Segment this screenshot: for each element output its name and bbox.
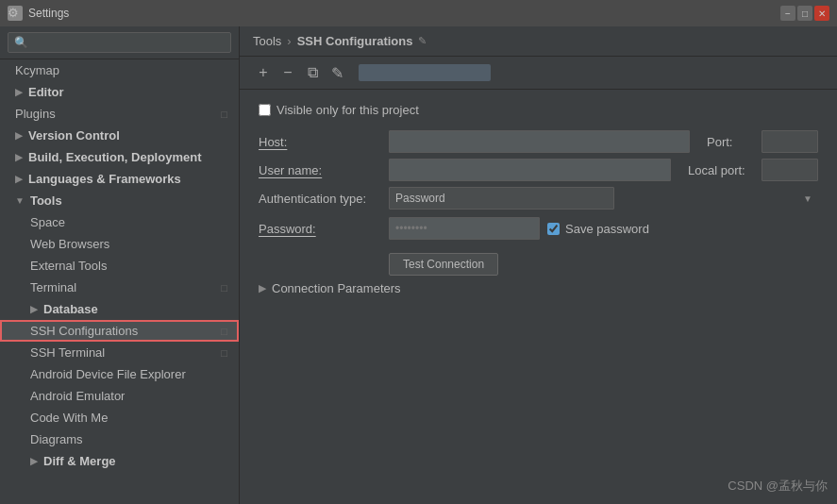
- save-password-checkbox[interactable]: [547, 223, 560, 235]
- sidebar-item-kcymap[interactable]: Kcymap: [0, 59, 239, 81]
- save-password-label: Save password: [565, 222, 649, 236]
- editor-label: Editor: [28, 85, 64, 99]
- port-input[interactable]: [762, 130, 818, 153]
- terminal-label: Terminal: [30, 280, 76, 294]
- main-area: Kcymap ▶ Editor Plugins □ ▶ Version Cont…: [0, 26, 837, 504]
- sidebar-item-code-with-me[interactable]: Code With Me: [0, 407, 239, 428]
- diff-merge-label: Diff & Merge: [43, 454, 116, 468]
- sidebar-item-web-browsers[interactable]: Web Browsers: [0, 233, 239, 255]
- sidebar-item-android-device[interactable]: Android Device File Explorer: [0, 363, 239, 385]
- sidebar-item-external-tools[interactable]: External Tools: [0, 255, 239, 277]
- languages-label: Languages & Frameworks: [28, 172, 181, 186]
- conn-params-label: Connection Parameters: [272, 281, 401, 295]
- sidebar-item-ssh-configurations[interactable]: SSH Configurations □: [0, 320, 239, 342]
- android-emulator-label: Android Emulator: [30, 389, 125, 403]
- sidebar-item-database[interactable]: ▶ Database: [0, 298, 239, 320]
- close-button[interactable]: ✕: [814, 6, 829, 21]
- build-label: Build, Execution, Deployment: [28, 150, 201, 164]
- auth-type-label: Authentication type:: [259, 192, 381, 206]
- title-bar: ⚙ Settings − □ ✕: [0, 0, 837, 26]
- ssh-terminal-label: SSH Terminal: [30, 345, 105, 360]
- window-controls: − □ ✕: [780, 6, 829, 21]
- sidebar-item-editor[interactable]: ▶ Editor: [0, 81, 239, 103]
- tools-label: Tools: [30, 193, 62, 208]
- arrow-icon: ▶: [15, 174, 23, 184]
- host-label: Host:: [259, 135, 381, 149]
- connection-params-row[interactable]: ▶ Connection Parameters: [259, 276, 818, 301]
- app-icon: ⚙: [8, 6, 23, 21]
- plugins-badge: □: [221, 109, 227, 120]
- arrow-icon: ▶: [15, 152, 23, 162]
- search-input[interactable]: [8, 32, 231, 53]
- username-input[interactable]: [389, 159, 671, 181]
- breadcrumb-separator: ›: [287, 34, 291, 48]
- content-area: Tools › SSH Configurations ✎ + − ⧉ ✎ Vis…: [240, 26, 837, 504]
- save-password-wrap: Save password: [547, 222, 649, 236]
- username-label: User name:: [259, 163, 381, 177]
- host-input[interactable]: [389, 130, 690, 153]
- maximize-button[interactable]: □: [797, 6, 812, 21]
- sidebar: Kcymap ▶ Editor Plugins □ ▶ Version Cont…: [0, 26, 240, 504]
- arrow-icon: ▶: [15, 130, 23, 141]
- kcymap-label: Kcymap: [15, 63, 59, 77]
- plugins-label: Plugins: [15, 107, 56, 121]
- toolbar: + − ⧉ ✎: [240, 57, 837, 90]
- sidebar-item-space[interactable]: Space: [0, 211, 239, 233]
- auth-type-select[interactable]: Password Key pair OpenSSH config and aut…: [389, 187, 614, 210]
- password-row: Password: Save password: [259, 217, 818, 240]
- breadcrumb-current: SSH Configurations: [297, 34, 413, 48]
- sidebar-item-version-control[interactable]: ▶ Version Control: [0, 125, 239, 146]
- password-label: Password:: [259, 222, 381, 236]
- username-row: User name: Local port:: [259, 159, 818, 181]
- version-control-label: Version Control: [28, 128, 120, 143]
- auth-type-row: Authentication type: Password Key pair O…: [259, 187, 818, 210]
- password-input[interactable]: [389, 217, 540, 240]
- sidebar-item-plugins[interactable]: Plugins □: [0, 103, 239, 125]
- port-label: Port:: [707, 135, 754, 149]
- test-connection-button[interactable]: Test Connection: [389, 253, 498, 276]
- localport-input[interactable]: [762, 159, 818, 181]
- test-connection-row: Test Connection: [259, 249, 818, 276]
- sidebar-item-terminal[interactable]: Terminal □: [0, 277, 239, 298]
- edit-button[interactable]: ✎: [326, 62, 347, 83]
- breadcrumb-edit-icon[interactable]: ✎: [418, 35, 431, 48]
- content-wrapper: Tools › SSH Configurations ✎ + − ⧉ ✎ Vis…: [240, 26, 837, 504]
- terminal-badge: □: [221, 282, 227, 294]
- sidebar-item-languages[interactable]: ▶ Languages & Frameworks: [0, 168, 239, 190]
- arrow-icon: ▶: [15, 87, 23, 97]
- minimize-button[interactable]: −: [780, 6, 795, 21]
- window-title: Settings: [28, 7, 69, 20]
- sidebar-item-ssh-terminal[interactable]: SSH Terminal □: [0, 342, 239, 363]
- remove-button[interactable]: −: [277, 62, 298, 83]
- database-label: Database: [43, 302, 98, 316]
- visible-only-checkbox[interactable]: [259, 104, 271, 116]
- localport-label: Local port:: [688, 163, 754, 177]
- code-with-me-label: Code With Me: [30, 411, 108, 425]
- arrow-icon: ▶: [30, 456, 38, 466]
- add-button[interactable]: +: [253, 62, 274, 83]
- diagrams-label: Diagrams: [30, 432, 83, 446]
- host-row: Host: Port:: [259, 130, 818, 153]
- android-device-label: Android Device File Explorer: [30, 367, 186, 381]
- arrow-icon: ▼: [15, 195, 25, 206]
- ssh-terminal-badge: □: [221, 347, 227, 359]
- space-label: Space: [30, 215, 65, 229]
- search-box: [0, 26, 239, 59]
- sidebar-item-android-emulator[interactable]: Android Emulator: [0, 385, 239, 407]
- conn-params-arrow-icon: ▶: [259, 282, 266, 294]
- ssh-badge: □: [221, 326, 227, 337]
- copy-button[interactable]: ⧉: [302, 62, 323, 83]
- sidebar-item-tools[interactable]: ▼ Tools: [0, 190, 239, 211]
- sidebar-item-diff-merge[interactable]: ▶ Diff & Merge: [0, 450, 239, 472]
- visible-only-label: Visible only for this project: [276, 103, 419, 117]
- watermark: CSDN @孟秋与你: [728, 478, 828, 495]
- form-area: Visible only for this project Host: Port…: [240, 90, 837, 504]
- ssh-label: SSH Configurations: [30, 324, 138, 338]
- auth-type-select-wrapper: Password Key pair OpenSSH config and aut…: [389, 187, 818, 210]
- sidebar-item-build[interactable]: ▶ Build, Execution, Deployment: [0, 146, 239, 168]
- external-tools-label: External Tools: [30, 259, 107, 273]
- sidebar-item-diagrams[interactable]: Diagrams: [0, 428, 239, 450]
- breadcrumb: Tools › SSH Configurations ✎: [240, 26, 837, 57]
- web-browsers-label: Web Browsers: [30, 237, 109, 251]
- arrow-icon: ▶: [30, 304, 38, 314]
